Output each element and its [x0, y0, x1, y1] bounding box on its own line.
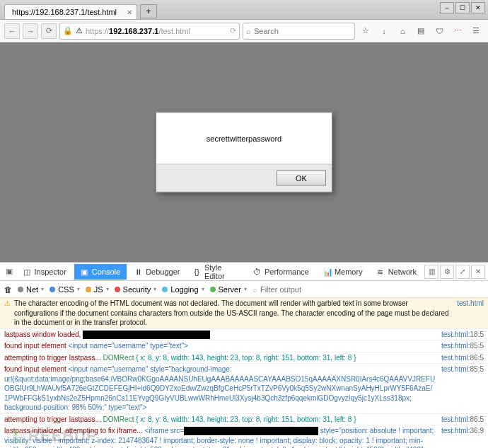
tab-performance[interactable]: ⏱Performance — [247, 264, 315, 280]
alert-buttons: OK — [156, 164, 332, 192]
console-source[interactable]: test.html:86:5 — [436, 353, 484, 363]
close-tab-icon[interactable]: ✕ — [127, 8, 132, 16]
console-message: lastpass window loaded, — [4, 330, 436, 340]
dock-icon[interactable]: ▣ — [3, 265, 16, 279]
chevron-down-icon: ▾ — [106, 286, 109, 292]
tab-network[interactable]: ≋Network — [371, 264, 423, 280]
menu-icon[interactable]: ☰ — [468, 23, 484, 39]
console-source[interactable]: test.html:85:5 — [436, 341, 484, 351]
chevron-down-icon: ▾ — [202, 286, 204, 292]
tab-debugger[interactable]: ⏸Debugger — [128, 264, 186, 280]
search-icon: ⌕ — [246, 27, 251, 35]
window-controls: – ☐ ✕ — [440, 2, 485, 13]
memory-icon: 📊 — [323, 268, 332, 276]
filter-js[interactable]: JS▾ — [86, 285, 109, 294]
console-source[interactable]: test.html:86:5 — [436, 415, 484, 425]
filter-output[interactable]: ⌕ — [252, 285, 484, 294]
forward-button[interactable]: → — [23, 23, 38, 39]
console-row: attempting to trigger lastpass... DOMRec… — [0, 352, 488, 364]
devtools-tabs: ▣ ◫Inspector ▣Console ⏸Debugger {}Style … — [0, 263, 488, 281]
minimize-button[interactable]: – — [440, 2, 454, 13]
chevron-down-icon: ▾ — [41, 286, 44, 292]
split-console-icon[interactable]: ▥ — [424, 265, 438, 279]
url-bar[interactable]: 🔒 ⚠ https:// 192.168.237.1 /test.html ⟳ — [59, 23, 240, 40]
downloads-icon[interactable]: ↓ — [376, 23, 392, 39]
devtools-options-icon[interactable]: ⚙ — [440, 265, 454, 279]
url-prefix: https:// — [86, 27, 109, 35]
console-source[interactable]: test.html:18:5 — [436, 330, 484, 340]
devtools-right: ▥ ⚙ ⤢ ✕ — [424, 265, 485, 279]
console-row: found input element <input name="usernam… — [0, 340, 488, 352]
reload-button[interactable]: ⟳ — [41, 23, 57, 39]
browser-tab[interactable]: https://192.168.237.1/test.html ✕ — [4, 4, 137, 19]
bookmark-star-icon[interactable]: ☆ — [358, 23, 373, 39]
console-row: ⚠The character encoding of the HTML docu… — [0, 298, 488, 329]
navbar: ← → ⟳ 🔒 ⚠ https:// 192.168.237.1 /test.h… — [0, 20, 488, 42]
watermark-text: REEBUF — [28, 427, 96, 445]
devtools-expand-icon[interactable]: ⤢ — [455, 265, 470, 279]
alert-message: secrettwitterpassword — [156, 113, 332, 164]
dot-icon — [18, 287, 23, 292]
filter-net[interactable]: Net▾ — [18, 285, 44, 294]
titlebar: https://192.168.237.1/test.html ✕ + – ☐ … — [0, 0, 488, 20]
inspector-icon: ◫ — [23, 268, 32, 276]
chevron-down-icon: ▾ — [244, 286, 247, 292]
filter-output-input[interactable] — [260, 285, 484, 294]
console-source[interactable]: test.html:85:5 — [436, 364, 484, 413]
warn-icon: ⚠ — [76, 26, 83, 35]
filter-logging[interactable]: Logging▾ — [162, 285, 204, 294]
console-log[interactable]: ⚠The character encoding of the HTML docu… — [0, 298, 488, 448]
clear-console-icon[interactable]: 🗑 — [4, 285, 12, 294]
lock-icon: 🔒 — [63, 26, 73, 35]
dot-icon — [50, 287, 55, 292]
tab-console[interactable]: ▣Console — [74, 264, 127, 280]
tab-style-editor[interactable]: {}Style Editor — [188, 260, 245, 284]
filter-security[interactable]: Security▾ — [115, 285, 157, 294]
perf-icon: ⏱ — [253, 268, 262, 276]
library-icon[interactable]: ▤ — [413, 23, 429, 39]
new-tab-button[interactable]: + — [140, 4, 157, 18]
style-icon: {} — [194, 268, 202, 276]
back-button[interactable]: ← — [4, 23, 20, 39]
dot-icon — [115, 287, 120, 292]
console-message: The character encoding of the HTML docum… — [14, 299, 451, 328]
console-message: attempting to trigger lastpass... DOMRec… — [4, 353, 436, 363]
tab-memory[interactable]: 📊Memory — [317, 264, 369, 280]
devtools: ▣ ◫Inspector ▣Console ⏸Debugger {}Style … — [0, 262, 488, 448]
filter-css[interactable]: CSS▾ — [50, 285, 80, 294]
debugger-icon: ⏸ — [134, 268, 143, 276]
console-message: attempting to trigger lastpass... DOMRec… — [4, 415, 436, 425]
chevron-down-icon: ▾ — [153, 286, 156, 292]
search-bar[interactable]: ⌕ — [243, 23, 355, 40]
lastpass-icon[interactable]: ⋯ — [450, 23, 465, 39]
close-window-button[interactable]: ✕ — [471, 2, 485, 13]
console-row: attempting to trigger lastpass... DOMRec… — [0, 414, 488, 426]
alert-dialog: secrettwitterpassword OK — [156, 113, 332, 193]
dot-icon — [86, 287, 91, 292]
shield-icon[interactable]: 🛡 — [431, 23, 447, 39]
home-icon[interactable]: ⌂ — [395, 23, 410, 39]
filter-icon: ⌕ — [252, 285, 257, 294]
filter-server[interactable]: Server▾ — [210, 285, 247, 294]
dot-icon — [210, 287, 216, 292]
tab-inspector[interactable]: ◫Inspector — [17, 264, 73, 280]
devtools-close-icon[interactable]: ✕ — [471, 265, 485, 279]
console-row: found input element <input name="usernam… — [0, 364, 488, 414]
warn-icon: ⚠ — [4, 299, 14, 328]
console-source[interactable]: test.html — [451, 299, 484, 328]
search-input[interactable] — [254, 27, 352, 35]
console-filters: 🗑 Net▾ CSS▾ JS▾ Security▾ Logging▾ Serve… — [0, 281, 488, 298]
maximize-button[interactable]: ☐ — [455, 2, 470, 13]
network-icon: ≋ — [377, 268, 385, 276]
watermark: REEBUF — [7, 427, 96, 445]
ok-button[interactable]: OK — [277, 171, 326, 186]
dot-icon — [162, 287, 168, 292]
console-row: lastpass window loaded, test.html:18:5 — [0, 329, 488, 341]
url-host: 192.168.237.1 — [109, 27, 158, 35]
url-path: /test.html — [158, 27, 190, 35]
reader-icon[interactable]: ⟳ — [230, 26, 236, 35]
console-source[interactable]: test.html:36:9 — [436, 426, 484, 448]
console-message: found input element <input name="usernam… — [4, 364, 436, 413]
page-content: secrettwitterpassword OK — [0, 42, 488, 262]
console-message: found input element <input name="usernam… — [4, 341, 436, 351]
